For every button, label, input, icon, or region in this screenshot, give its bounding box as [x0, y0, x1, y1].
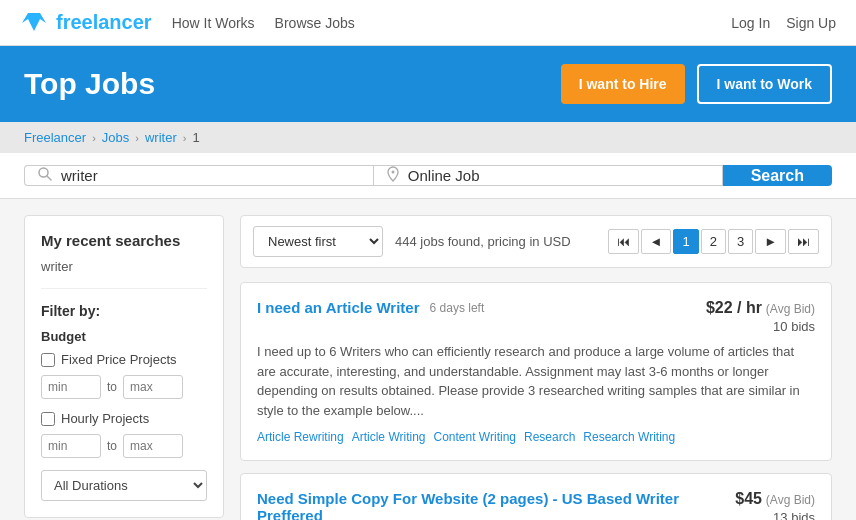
sort-select[interactable]: Newest first Oldest first Highest budget…: [253, 226, 383, 257]
job-tag[interactable]: Article Writing: [352, 430, 426, 444]
search-bar: Search: [0, 153, 856, 199]
filter-title: Filter by:: [41, 303, 207, 319]
nav-signup[interactable]: Sign Up: [786, 15, 836, 31]
pg-2[interactable]: 2: [701, 229, 726, 254]
hourly-label: Hourly Projects: [61, 411, 149, 426]
pg-1[interactable]: 1: [673, 229, 698, 254]
jobs-panel: Newest first Oldest first Highest budget…: [240, 215, 832, 520]
job-days: 6 days left: [430, 301, 485, 315]
hourly-row: Hourly Projects: [41, 411, 207, 426]
job-tags: Article Rewriting Article Writing Conten…: [257, 430, 815, 444]
keyword-input-wrap: [24, 165, 373, 186]
fixed-price-label: Fixed Price Projects: [61, 352, 177, 367]
pg-prev[interactable]: ◄: [641, 229, 672, 254]
location-input-wrap: [373, 165, 723, 186]
job-price: $22 / hr (Avg Bid) 10 bids: [706, 299, 815, 334]
work-button[interactable]: I want to Work: [697, 64, 832, 104]
navbar-links: How It Works Browse Jobs: [172, 15, 355, 31]
hourly-max-input[interactable]: [123, 434, 183, 458]
content-area: My recent searches writer Filter by: Bud…: [0, 199, 856, 520]
job-description: I need up to 6 Writers who can efficient…: [257, 342, 815, 420]
nav-browse-jobs[interactable]: Browse Jobs: [275, 15, 355, 31]
hourly-range: to: [41, 434, 207, 458]
job-card-header: I need an Article Writer 6 days left $22…: [257, 299, 815, 334]
breadcrumb-page: 1: [192, 130, 199, 145]
job-title[interactable]: I need an Article Writer: [257, 299, 420, 316]
job-card-header: Need Simple Copy For Website (2 pages) -…: [257, 490, 815, 520]
hourly-checkbox[interactable]: [41, 412, 55, 426]
hero-buttons: I want to Hire I want to Work: [561, 64, 832, 104]
hero-section: Top Jobs I want to Hire I want to Work: [0, 46, 856, 122]
sidebar: My recent searches writer Filter by: Bud…: [24, 215, 224, 518]
breadcrumb: Freelancer › Jobs › writer › 1: [0, 122, 856, 153]
keyword-input[interactable]: [61, 167, 361, 184]
jobs-count: 444 jobs found, pricing in USD: [395, 234, 596, 249]
job-card: I need an Article Writer 6 days left $22…: [240, 282, 832, 461]
nav-login[interactable]: Log In: [731, 15, 770, 31]
job-price-amount: $22 / hr: [706, 299, 762, 316]
logo-text: freelancer: [56, 11, 152, 34]
fixed-price-row: Fixed Price Projects: [41, 352, 207, 367]
jobs-toolbar: Newest first Oldest first Highest budget…: [240, 215, 832, 268]
recent-searches-title: My recent searches: [41, 232, 207, 249]
job-title[interactable]: Need Simple Copy For Website (2 pages) -…: [257, 490, 735, 520]
job-tag[interactable]: Research Writing: [583, 430, 675, 444]
navbar: freelancer How It Works Browse Jobs Log …: [0, 0, 856, 46]
job-bids: 10 bids: [706, 319, 815, 334]
job-tag[interactable]: Article Rewriting: [257, 430, 344, 444]
hourly-min-input[interactable]: [41, 434, 101, 458]
nav-how-it-works[interactable]: How It Works: [172, 15, 255, 31]
svg-line-2: [47, 176, 51, 180]
svg-marker-0: [22, 13, 46, 31]
budget-title: Budget: [41, 329, 207, 344]
fixed-price-checkbox[interactable]: [41, 353, 55, 367]
pagination: ⏮ ◄ 1 2 3 ► ⏭: [608, 229, 819, 254]
pg-next[interactable]: ►: [755, 229, 786, 254]
navbar-right: Log In Sign Up: [731, 15, 836, 31]
location-input[interactable]: [408, 167, 710, 184]
sidebar-divider-1: [41, 288, 207, 289]
duration-dropdown[interactable]: All Durations: [41, 470, 207, 501]
job-price: $45 (Avg Bid) 13 bids: [735, 490, 815, 520]
pg-last[interactable]: ⏭: [788, 229, 819, 254]
fixed-max-input[interactable]: [123, 375, 183, 399]
search-icon: [37, 166, 53, 185]
job-card: Need Simple Copy For Website (2 pages) -…: [240, 473, 832, 520]
job-bids: 13 bids: [735, 510, 815, 520]
job-price-amount: $45: [735, 490, 762, 507]
breadcrumb-jobs[interactable]: Jobs: [102, 130, 129, 145]
location-icon: [386, 166, 400, 185]
pg-first[interactable]: ⏮: [608, 229, 639, 254]
fixed-price-range: to: [41, 375, 207, 399]
search-button[interactable]: Search: [723, 165, 832, 186]
page-title: Top Jobs: [24, 67, 155, 101]
hire-button[interactable]: I want to Hire: [561, 64, 685, 104]
pg-3[interactable]: 3: [728, 229, 753, 254]
job-tag[interactable]: Research: [524, 430, 575, 444]
svg-point-3: [391, 171, 394, 174]
breadcrumb-freelancer[interactable]: Freelancer: [24, 130, 86, 145]
fixed-min-input[interactable]: [41, 375, 101, 399]
recent-search-item[interactable]: writer: [41, 259, 207, 274]
job-tag[interactable]: Content Writing: [434, 430, 516, 444]
logo[interactable]: freelancer: [20, 9, 152, 37]
breadcrumb-writer[interactable]: writer: [145, 130, 177, 145]
